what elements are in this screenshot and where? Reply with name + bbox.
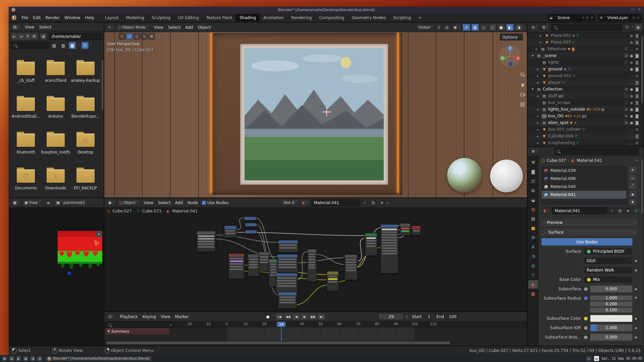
outliner-row[interactable]: ▤ lights ☐ ◉ ◙ [528,59,641,66]
checkbox-toggle[interactable]: ☑ [624,54,629,58]
properties-tab[interactable]: ⚙ [528,233,538,242]
outliner-row[interactable]: ► ▼ ground.001 ▽ ◡ ⊠ [528,72,641,79]
copy-icon[interactable]: ⎘ [370,199,377,206]
menu-item[interactable]: Select [37,24,54,31]
datablock-name[interactable]: Cylinder.006 [548,134,573,138]
properties-tab[interactable]: ⧉ [528,186,538,195]
menu-item[interactable]: View [142,199,156,206]
shader-node[interactable] [248,254,260,276]
checkbox-toggle[interactable] [624,67,629,71]
menu-item[interactable]: Marker [172,313,191,320]
shader-node[interactable] [278,240,298,253]
menu-item[interactable]: Object [195,24,213,31]
search-input[interactable] [11,42,49,49]
properties-tab[interactable]: ◐ [528,280,538,289]
expand-arrow-icon[interactable]: ► [537,141,540,144]
material-name-field[interactable]: Material.041 [311,199,360,206]
snap-toggle[interactable]: ∩ [436,24,442,31]
datablock-name[interactable]: bus.003_collider [548,127,581,132]
outliner-row[interactable]: ▤ bus_scraps ☐ ◉ ◙ [528,99,641,106]
editor-type-button[interactable]: ◷˅ [106,313,116,320]
radius-y-slider[interactable]: 0.200 [590,301,633,307]
material-slot[interactable]: Material.039 [542,167,626,175]
image-mode-dropdown[interactable]: ▦View˅ [22,199,42,206]
scene-selector[interactable]: ◒ ˅ Scene ⌖ ⎘ × [548,14,595,21]
up-button[interactable]: ↑ [24,33,31,40]
subsurface-slider[interactable]: 0.000 [590,285,633,293]
material-browse-dropdown[interactable]: ◐˅ [300,199,310,206]
expand-arrow-icon[interactable]: ► [537,121,540,124]
pin-icon[interactable]: ⌖ [387,201,389,205]
painting-object[interactable] [212,33,402,195]
slot-specials-button[interactable]: ˅ [629,182,637,189]
play-reverse-button[interactable]: ◀ [292,313,300,320]
scene-name[interactable]: Scene [557,15,581,20]
taskbar-window-button[interactable]: Blender* [/home/amalie/Desktop/blender/b… [44,356,153,362]
render-camera-toggle[interactable]: ◙ [634,121,640,125]
shader-node[interactable] [412,226,421,235]
material-browse-dropdown[interactable]: ◐˅ [541,207,551,214]
properties-tab[interactable]: ◙ [528,168,538,176]
shader-node[interactable] [278,292,297,309]
editor-type-button[interactable]: ◉˅ [106,199,116,206]
camera-view-icon[interactable] [519,91,526,98]
gizmo-toggle[interactable]: ↗ [463,24,470,31]
chevron-down-icon[interactable]: ˅ [91,44,92,47]
datablock-name[interactable]: Collection [543,87,562,92]
material-slot[interactable]: Material.041 [542,191,626,199]
shader-node[interactable] [228,253,245,279]
axis-z-neg[interactable] [508,61,513,67]
expand-arrow-icon[interactable]: ► [537,135,540,138]
timeline-scrollbar[interactable] [106,342,450,344]
outliner-row[interactable]: ► ▤ lights_bus_outside ▼2 ☀10 ▤ ☑ ◉ ◙ [528,106,641,113]
hide-eye-toggle[interactable]: ◡ [629,127,634,132]
material-name-field[interactable]: Material.041 [552,207,607,214]
checkbox-toggle[interactable] [624,34,629,38]
current-frame-pill[interactable]: 29 [277,322,285,327]
outliner-row[interactable]: ► ▼ IcosphereFog ▽ ◡ ⊠ [528,139,641,146]
editor-type-button[interactable]: ▦˅ [11,199,21,206]
move-slot-up-button[interactable]: ▲ [629,190,637,197]
folder-item[interactable]: ◱ Desktop [70,129,100,165]
folder-item[interactable]: bluetooth [11,129,41,165]
stopwatch-icon[interactable]: ◷ [405,315,408,318]
expand-arrow-icon[interactable]: ► [540,34,543,37]
blender-menu-icon[interactable] [11,15,16,20]
shader-node[interactable] [365,233,377,256]
render-camera-toggle[interactable]: ◙ [634,114,640,118]
shader-node[interactable] [259,252,270,272]
menu-item[interactable]: Select [156,199,173,206]
close-icon[interactable]: × [591,16,593,19]
back-button[interactable]: ← [11,33,18,40]
render-camera-toggle[interactable]: ◙ [634,134,640,138]
use-nodes-checkbox[interactable]: ✓ [202,201,206,205]
channel-search-input[interactable]: ↔ [106,322,175,328]
copy-icon[interactable]: ⎘ [633,16,635,20]
checkbox-toggle[interactable]: ☐ [624,60,629,65]
current-frame-field[interactable]: 29 [378,313,404,320]
render-camera-toggle[interactable]: ◙ [634,54,640,58]
datablock-name[interactable]: Plane.003 [551,40,571,45]
editor-type-button[interactable]: ▤˅ [11,23,21,31]
outliner-row[interactable]: ► ▼ ground ⚙ ▽ ◉ ◙ [528,66,641,72]
copy-icon[interactable]: ⎘ [586,16,589,20]
menu-item[interactable]: File [19,14,31,21]
expand-arrow-icon[interactable]: ► [537,95,540,98]
taskbar-clock[interactable]: Sat, 21 Sep 16:39:59 [602,357,642,360]
shader-node[interactable] [307,249,317,282]
previous-keyframe-button[interactable]: ◀◀ [284,313,292,320]
datablock-name[interactable]: Plane.002 [551,33,571,38]
chevron-down-icon[interactable]: ˅ [524,26,525,29]
shader-node[interactable] [277,254,298,273]
render-camera-toggle[interactable]: ⊠ [634,141,640,145]
menu-item[interactable]: Edit [31,14,43,21]
expand-arrow-icon[interactable]: ▼ [532,88,535,91]
workspace-tab[interactable]: Sculpting [148,14,174,21]
subsurface-anisotropy-slider[interactable]: 0.000 [590,334,633,341]
breadcrumb-material[interactable]: Material.041 [577,158,602,163]
hide-eye-toggle[interactable]: ◉ [629,94,634,98]
properties-search-input[interactable] [554,148,639,155]
path-field[interactable]: /home/amalie/ [49,33,102,40]
datablock-name[interactable]: bus_OG [548,114,564,118]
mode-dropdown[interactable]: ◻Object Mode˅ [116,24,150,31]
